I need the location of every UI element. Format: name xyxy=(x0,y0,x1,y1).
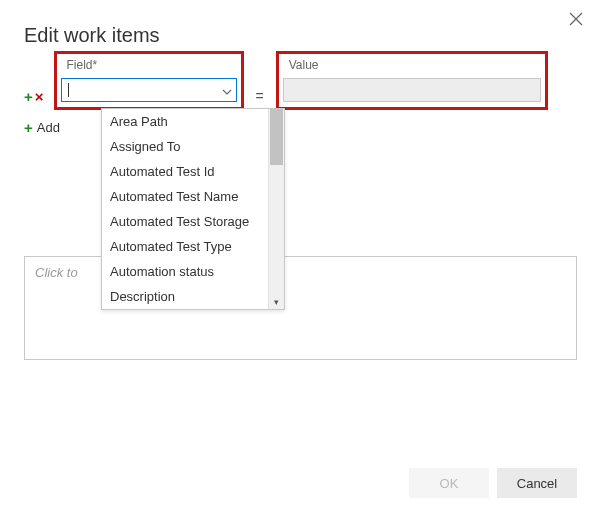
field-label: Field* xyxy=(63,58,98,72)
dialog-buttons: OK Cancel xyxy=(409,468,577,498)
field-highlight: Field* xyxy=(54,51,244,110)
dropdown-item[interactable]: Automated Test Type xyxy=(102,234,284,259)
close-icon xyxy=(569,12,583,26)
dropdown-item[interactable]: Automated Test Name xyxy=(102,184,284,209)
dropdown-item[interactable]: Area Path xyxy=(102,109,284,134)
dialog-title: Edit work items xyxy=(24,24,577,47)
value-label: Value xyxy=(285,58,319,72)
equals-label: = xyxy=(250,88,270,110)
dropdown-item[interactable]: Description xyxy=(102,284,284,309)
ok-button[interactable]: OK xyxy=(409,468,489,498)
dropdown-item[interactable]: Assigned To xyxy=(102,134,284,159)
remove-row-icon[interactable]: × xyxy=(35,89,44,104)
add-label: Add xyxy=(37,120,60,135)
dropdown-item[interactable]: Automated Test Storage xyxy=(102,209,284,234)
add-row-icon[interactable]: + xyxy=(24,89,33,104)
row-actions: + × xyxy=(24,89,48,110)
value-input[interactable] xyxy=(283,78,541,102)
edit-work-items-dialog: Edit work items + × Field* = Value Area xyxy=(0,0,601,516)
notes-placeholder: Click to xyxy=(35,265,78,280)
close-button[interactable] xyxy=(569,12,587,30)
field-dropdown: Area Path Assigned To Automated Test Id … xyxy=(101,108,285,310)
scrollbar-down-icon[interactable]: ▾ xyxy=(269,295,284,309)
dropdown-item[interactable]: Automated Test Id xyxy=(102,159,284,184)
field-combobox[interactable] xyxy=(61,78,237,102)
plus-icon: + xyxy=(24,120,33,135)
chevron-down-icon[interactable] xyxy=(222,83,232,98)
value-highlight: Value xyxy=(276,51,548,110)
field-row: + × Field* = Value Area Path Assigned To xyxy=(24,75,577,110)
text-cursor xyxy=(68,83,69,97)
scrollbar-thumb[interactable] xyxy=(270,109,283,165)
cancel-button[interactable]: Cancel xyxy=(497,468,577,498)
scrollbar[interactable]: ▾ xyxy=(268,109,284,309)
dropdown-item[interactable]: Automation status xyxy=(102,259,284,284)
